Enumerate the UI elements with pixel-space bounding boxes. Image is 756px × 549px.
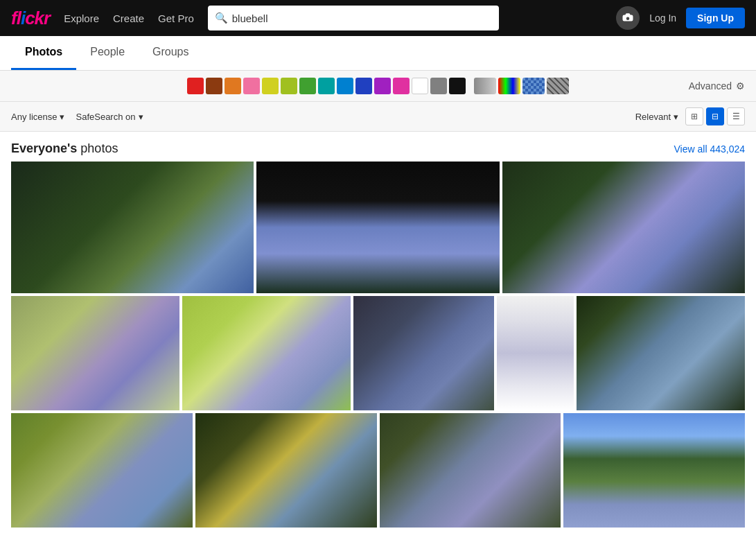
- search-bar: 🔍: [208, 6, 499, 31]
- color-swatches: [187, 78, 569, 94]
- search-icon: 🔍: [215, 12, 228, 24]
- flickr-logo[interactable]: flickr: [11, 8, 50, 29]
- safesearch-chevron: ▾: [139, 112, 143, 122]
- swatch-navy[interactable]: [355, 78, 372, 94]
- sort-label: Relevant: [635, 112, 671, 122]
- navbar: flickr Explore Create Get Pro 🔍 Log In S…: [0, 0, 756, 36]
- swatch-red[interactable]: [187, 78, 204, 94]
- nav-get-pro[interactable]: Get Pro: [158, 12, 194, 24]
- view-grid-small[interactable]: ⊞: [685, 107, 703, 125]
- sort-chevron: ▾: [674, 112, 678, 122]
- advanced-label: Advanced: [689, 80, 732, 92]
- license-chevron: ▾: [60, 112, 64, 122]
- swatch-lime[interactable]: [281, 78, 297, 94]
- search-input[interactable]: [232, 12, 492, 24]
- license-label: Any license: [11, 112, 57, 122]
- swatch-black[interactable]: [449, 78, 466, 94]
- swatch-green[interactable]: [299, 78, 316, 94]
- swatch-orange[interactable]: [225, 78, 241, 94]
- safesearch-label: SafeSearch on: [76, 112, 135, 122]
- swatch-teal[interactable]: [318, 78, 335, 94]
- advanced-button[interactable]: Advanced ⚙: [689, 80, 745, 92]
- view-list[interactable]: ☰: [727, 107, 745, 125]
- nav-explore[interactable]: Explore: [64, 12, 99, 24]
- swatch-white[interactable]: [412, 78, 428, 94]
- swatch-colorful[interactable]: [498, 78, 520, 94]
- photo-bluebell-print[interactable]: [497, 296, 574, 410]
- photo-bluebell-dark[interactable]: [353, 296, 494, 410]
- photo-row-1: [11, 162, 745, 293]
- swatch-pattern[interactable]: [547, 78, 569, 94]
- tab-photos[interactable]: Photos: [11, 36, 76, 70]
- photo-forest-blue[interactable]: [11, 162, 254, 293]
- photo-bluebell-meadow[interactable]: [182, 296, 351, 410]
- swatch-magenta[interactable]: [393, 78, 410, 94]
- swatch-grayscale[interactable]: [474, 78, 496, 94]
- upload-icon[interactable]: [616, 6, 640, 30]
- swatch-gray[interactable]: [430, 78, 447, 94]
- photo-forest-twisted[interactable]: [577, 296, 745, 410]
- photo-bluebell-close[interactable]: [11, 296, 179, 410]
- photo-row-2: [11, 296, 745, 410]
- signup-button[interactable]: Sign Up: [686, 8, 745, 28]
- photo-field-blue[interactable]: [563, 413, 745, 528]
- section-title-bold: Everyone's: [11, 141, 77, 155]
- swatch-pink[interactable]: [243, 78, 260, 94]
- view-grid-medium[interactable]: ⊟: [706, 107, 724, 125]
- sort-button[interactable]: Relevant ▾: [635, 112, 678, 122]
- filter-bar: Advanced ⚙: [0, 71, 756, 102]
- advanced-icon: ⚙: [736, 80, 745, 92]
- swatch-blue[interactable]: [337, 78, 353, 94]
- photos-header: Everyone's photos View all 443,024: [0, 132, 756, 162]
- login-button[interactable]: Log In: [649, 12, 676, 24]
- swatch-purple[interactable]: [374, 78, 391, 94]
- view-all-link[interactable]: View all 443,024: [674, 143, 745, 155]
- swatch-brown[interactable]: [206, 78, 222, 94]
- photo-bluebell-ground[interactable]: [11, 413, 193, 528]
- safesearch-filter[interactable]: SafeSearch on ▾: [76, 112, 143, 122]
- photo-flower-black[interactable]: [256, 162, 499, 293]
- nav-links: Explore Create Get Pro: [64, 12, 194, 24]
- photo-bluebell-woodland[interactable]: [380, 413, 561, 528]
- swatch-checkered-blue[interactable]: [522, 78, 545, 94]
- filter-left: Any license ▾ SafeSearch on ▾: [11, 112, 143, 122]
- swatch-yellow[interactable]: [262, 78, 279, 94]
- tabs-bar: Photos People Groups: [0, 36, 756, 71]
- nav-right: Log In Sign Up: [616, 6, 745, 30]
- tab-groups[interactable]: Groups: [139, 36, 202, 70]
- filter-right: Relevant ▾ ⊞ ⊟ ☰: [635, 107, 745, 125]
- section-title: Everyone's photos: [11, 141, 118, 156]
- nav-create[interactable]: Create: [113, 12, 144, 24]
- photo-forest-light[interactable]: [195, 413, 377, 528]
- view-icons: ⊞ ⊟ ☰: [685, 107, 745, 125]
- section-title-rest: photos: [77, 141, 118, 155]
- license-filter[interactable]: Any license ▾: [11, 112, 64, 122]
- photo-row-3: [11, 413, 745, 528]
- filter-row: Any license ▾ SafeSearch on ▾ Relevant ▾…: [0, 102, 756, 132]
- photo-grid: [0, 162, 756, 528]
- photo-forest-bluebell[interactable]: [502, 162, 745, 293]
- tab-people[interactable]: People: [76, 36, 139, 70]
